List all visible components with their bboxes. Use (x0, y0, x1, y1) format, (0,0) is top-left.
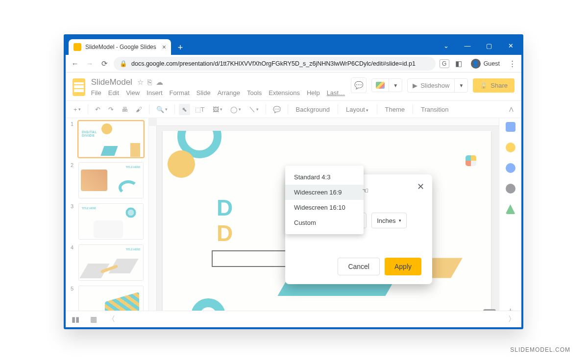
maps-icon[interactable] (506, 204, 515, 214)
app-header: SlideModel ☆ ⎘ ☁ File Edit View Insert F… (66, 73, 521, 97)
new-tab-button[interactable]: + (174, 41, 187, 54)
layout-button[interactable]: Layout ▾ (342, 104, 373, 115)
aspect-ratio-dropdown: Standard 4:3 Widescreen 16:9 Widescreen … (285, 166, 364, 234)
cloud-status-icon[interactable]: ☁ (156, 78, 163, 87)
background-button[interactable]: Background (292, 104, 334, 115)
tasks-icon[interactable] (506, 163, 515, 173)
move-icon[interactable]: ⎘ (147, 78, 152, 87)
option-standard-43[interactable]: Standard 4:3 (285, 170, 364, 185)
cancel-button[interactable]: Cancel (338, 258, 380, 275)
slide-thumb-4[interactable]: 4TITLE HERE (71, 244, 144, 281)
canvas-title-1: D (217, 194, 234, 221)
meet-icon (376, 82, 385, 89)
keep-icon[interactable] (506, 143, 515, 152)
grid-view-icon[interactable]: ▦ (90, 315, 97, 324)
menu-arrange[interactable]: Arrange (218, 89, 240, 97)
option-widescreen-169[interactable]: Widescreen 16:9 (285, 185, 364, 200)
slide-thumb-2[interactable]: 2TITLE HERE (71, 162, 144, 198)
menu-format[interactable]: Format (170, 89, 190, 97)
comment-tool[interactable]: 💬 (270, 104, 284, 115)
side-panel-toggle-icon[interactable]: 〉 (508, 315, 515, 324)
reload-button[interactable]: ⟳ (99, 58, 110, 69)
play-icon: ▶ (413, 82, 417, 89)
menu-insert[interactable]: Insert (147, 89, 163, 97)
select-tool[interactable]: ⬉ (179, 104, 190, 115)
transition-button[interactable]: Transition (417, 104, 453, 115)
profile-label: Guest (484, 60, 500, 67)
doc-title[interactable]: SlideModel (91, 77, 132, 87)
calendar-icon[interactable] (506, 122, 515, 132)
collapse-filmstrip-icon[interactable]: 〈 (108, 315, 115, 324)
new-slide-button[interactable]: +▾ (71, 104, 84, 115)
undo-button[interactable]: ↶ (92, 104, 103, 115)
zoom-button[interactable]: 🔍▾ (153, 104, 171, 115)
window-titlebar: SlideModel - Google Slides × + ⌄ — ▢ ✕ (66, 36, 521, 55)
ruler-horizontal (157, 118, 499, 126)
tab-title: SlideModel - Google Slides (85, 44, 156, 50)
star-icon[interactable]: ☆ (137, 78, 144, 87)
meet-button[interactable]: ▼ (371, 78, 402, 92)
forward-button[interactable]: → (84, 58, 95, 69)
unit-select[interactable]: Inches▾ (371, 213, 406, 228)
canvas-title-2: D (217, 220, 234, 246)
filmstrip[interactable]: 1DIGITALDIVIDE 2TITLE HERE 3TITLE HERE 4… (66, 118, 149, 325)
side-panel: + (499, 118, 521, 325)
menu-last-edit[interactable]: Last… (327, 89, 345, 97)
menu-file[interactable]: File (91, 89, 101, 97)
dialog-close-button[interactable]: ✕ (417, 181, 424, 192)
profile-chip[interactable]: 👤 Guest (468, 57, 503, 70)
slide-thumb-3[interactable]: 3TITLE HERE (71, 203, 144, 240)
slideshow-button[interactable]: ▶Slideshow ▼ (407, 78, 468, 93)
extensions-icon[interactable]: ◧ (453, 58, 464, 69)
menu-help[interactable]: Help (307, 89, 320, 97)
tab-close-icon[interactable]: × (162, 43, 166, 51)
chevron-down-icon[interactable]: ⌄ (435, 36, 457, 55)
lock-icon: 🔒 (480, 82, 488, 89)
bottom-bar: ▮▮ ▦ 〈 〉 (66, 311, 521, 327)
menu-extensions[interactable]: Extensions (269, 89, 300, 97)
browser-tab[interactable]: SlideModel - Google Slides × (69, 39, 171, 55)
comments-button[interactable]: 💬 (351, 77, 367, 93)
redo-button[interactable]: ↷ (105, 104, 117, 115)
slide-thumb-1[interactable]: 1DIGITALDIVIDE (71, 121, 144, 157)
menu-slide[interactable]: Slide (196, 89, 211, 97)
maximize-button[interactable]: ▢ (478, 36, 500, 55)
menu-tools[interactable]: Tools (247, 89, 262, 97)
menu-bar: File Edit View Insert Format Slide Arran… (91, 89, 345, 97)
close-window-button[interactable]: ✕ (500, 36, 521, 55)
avatar-icon: 👤 (471, 59, 481, 69)
address-bar: ← → ⟳ 🔒 docs.google.com/presentation/d/1… (66, 55, 521, 73)
filmstrip-view-icon[interactable]: ▮▮ (72, 315, 79, 324)
apply-button[interactable]: Apply (385, 258, 421, 275)
kebab-menu-icon[interactable]: ⋮ (507, 58, 517, 69)
lock-icon: 🔒 (120, 60, 127, 67)
url-input[interactable]: 🔒 docs.google.com/presentation/d/1tt7KHl… (114, 57, 436, 71)
slides-logo-icon[interactable] (73, 78, 85, 96)
image-tool[interactable]: 🖼▾ (210, 104, 225, 115)
menu-view[interactable]: View (126, 89, 140, 97)
translate-icon[interactable]: G (440, 59, 449, 68)
collapse-toolbar-button[interactable]: ᐱ (506, 104, 516, 115)
url-text: docs.google.com/presentation/d/1tt7KHlXV… (131, 60, 416, 67)
theme-button[interactable]: Theme (381, 104, 409, 115)
contacts-icon[interactable] (506, 184, 515, 194)
print-button[interactable]: 🖶 (119, 104, 131, 115)
textbox-tool[interactable]: ⬚T (192, 104, 208, 115)
shape-tool[interactable]: ◯▾ (227, 104, 244, 115)
minimize-button[interactable]: — (457, 36, 478, 55)
browser-window: SlideModel - Google Slides × + ⌄ — ▢ ✕ ←… (64, 34, 523, 329)
paint-format-button[interactable]: 🖌 (133, 104, 145, 115)
slideshow-dropdown[interactable]: ▼ (454, 79, 467, 92)
toolbar: +▾ ↶ ↷ 🖶 🖌 🔍▾ ⬉ ⬚T 🖼▾ ◯▾ ＼▾ 💬 Background… (66, 100, 521, 118)
menu-edit[interactable]: Edit (108, 89, 119, 97)
share-button[interactable]: 🔒 Share (473, 78, 514, 93)
back-button[interactable]: ← (70, 58, 80, 69)
line-tool[interactable]: ＼▾ (246, 103, 262, 116)
option-custom[interactable]: Custom (285, 215, 364, 230)
option-widescreen-1610[interactable]: Widescreen 16:10 (285, 200, 364, 215)
watermark-text: SLIDEMODEL.COM (510, 346, 570, 353)
ruler-vertical (149, 126, 157, 325)
slides-favicon-icon (74, 43, 81, 51)
window-controls: ⌄ — ▢ ✕ (435, 36, 521, 55)
